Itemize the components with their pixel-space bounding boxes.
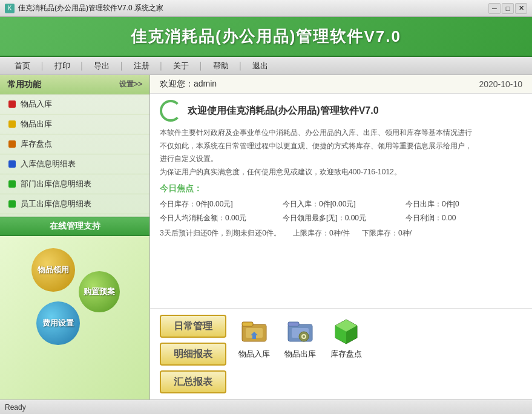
bubble-cost-label: 费用设置: [42, 318, 74, 329]
bubbles-area: 物品领用 购置预案 费用设置: [0, 236, 149, 399]
btn-daily[interactable]: 日常管理: [160, 315, 226, 338]
bubble-lingyon[interactable]: 物品领用: [31, 248, 75, 292]
bubble-cost[interactable]: 费用设置: [36, 301, 80, 345]
actions-area: 日常管理 明细报表 汇总报表 物品入库: [150, 308, 532, 399]
bubble-lingyon-label: 物品领用: [38, 264, 69, 275]
nav-dot-emp-out: [8, 200, 16, 208]
welcome-logo-icon: [160, 100, 182, 122]
welcome-body: 欢迎使用佳克消耗品(办公用品)管理软件V7.0 本软件主要针对政府及企事业单位中…: [150, 94, 532, 308]
btn-summary[interactable]: 汇总报表: [160, 370, 226, 393]
sep1: │: [39, 62, 46, 70]
nav-dot-in-detail: [8, 160, 16, 168]
folder-out-icon: [286, 316, 315, 345]
shortcut-in-icon: [238, 315, 270, 346]
app-icon: K: [5, 4, 15, 13]
sep2: │: [79, 62, 86, 70]
banner-title: 佳克消耗品(办公用品)管理软件V7.0: [131, 26, 401, 47]
status-text: Ready: [5, 403, 26, 412]
shortcut-icons: 物品入库 物品出库: [238, 315, 362, 360]
shortcut-in[interactable]: 物品入库: [238, 315, 270, 360]
nav-dot-out: [8, 120, 16, 128]
stat-profit: 今日利润：0.00: [406, 212, 522, 225]
menu-export[interactable]: 导出: [85, 58, 118, 74]
shortcut-in-label: 物品入库: [238, 349, 270, 360]
menu-quit[interactable]: 退出: [244, 58, 277, 74]
welcome-desc: 本软件主要针对政府及企事业单位中消耗品、办公用品的入库、出库、领用和库存等基本情…: [160, 126, 522, 179]
titlebar: K 佳克消耗品(办公用品)管理软件V7.0 系统之家 ─ □ ✕: [0, 0, 532, 17]
sidebar: 常用功能 设置>> 物品入库 物品出库 库存盘点 入库信息明细表 部门出库信息明…: [0, 75, 150, 399]
shortcut-out-label: 物品出库: [284, 349, 316, 360]
bottom-note: 3天后预计归还0件，到期未归还0件。 上限库存：0种/件 下限库存：0种/: [160, 228, 522, 238]
nav-label-emp-out: 员工出库信息明细表: [21, 199, 91, 209]
nav-label-dept-out: 部门出库信息明细表: [21, 179, 91, 189]
menu-print[interactable]: 打印: [46, 58, 79, 74]
btn-detail[interactable]: 明细报表: [160, 343, 226, 366]
minimize-button[interactable]: ─: [488, 3, 501, 14]
bubble-purchase[interactable]: 购置预案: [79, 271, 120, 312]
desc-line3: 进行自定义设置。: [160, 154, 218, 163]
close-button[interactable]: ✕: [515, 3, 527, 14]
menubar: 首页 │ 打印 │ 导出 │ 注册 │ 关于 │ 帮助 │ 退出: [0, 57, 532, 75]
content-area: 欢迎您：admin 2020-10-10 欢迎使用佳克消耗品(办公用品)管理软件…: [150, 75, 532, 399]
maximize-button[interactable]: □: [502, 3, 514, 14]
sep6: │: [237, 62, 245, 70]
sidebar-title-text: 常用功能: [7, 79, 41, 90]
bubble-purchase-label: 购置预案: [84, 286, 115, 297]
menu-about[interactable]: 关于: [165, 58, 197, 74]
left-buttons: 日常管理 明细报表 汇总报表: [160, 315, 226, 393]
online-section: 在线管理支持: [0, 217, 149, 236]
shortcut-out-icon: [284, 315, 316, 346]
menu-home[interactable]: 首页: [6, 58, 39, 74]
sidebar-item-in[interactable]: 物品入库: [0, 94, 149, 114]
sidebar-item-in-detail[interactable]: 入库信息明细表: [0, 154, 149, 174]
settings-link[interactable]: 设置>>: [119, 79, 142, 90]
note-return: 3天后预计归还0件，到期未归还0件。: [160, 229, 281, 237]
svg-rect-5: [288, 322, 299, 326]
sidebar-item-dept-out[interactable]: 部门出库信息明细表: [0, 174, 149, 194]
titlebar-title: 佳克消耗品(办公用品)管理软件V7.0 系统之家: [18, 3, 487, 13]
desc-line4: 为保证用户的真实满意度，任何使用意见或建议，欢迎致电400-716-1012。: [160, 168, 401, 176]
sidebar-item-out[interactable]: 物品出库: [0, 114, 149, 134]
cube-green-icon: [332, 316, 361, 345]
nav-label-in-detail: 入库信息明细表: [21, 159, 76, 169]
welcome-bar: 欢迎您：admin 2020-10-10: [150, 75, 532, 94]
nav-label-out: 物品出库: [21, 119, 52, 130]
stat-top: 今日领用最多[无]：0.00元: [283, 212, 399, 225]
sep3: │: [118, 62, 125, 70]
shortcut-stock-label: 库存盘点: [330, 349, 362, 360]
sidebar-section-title: 常用功能 设置>>: [0, 75, 149, 94]
note-lower: 下限库存：0种/: [362, 229, 412, 237]
svg-point-9: [303, 335, 305, 338]
online-label: 在线管理支持: [50, 221, 100, 232]
sidebar-item-stock[interactable]: 库存盘点: [0, 134, 149, 154]
desc-line2: 不仅如此，本系统在日常管理过程中以更直观、便捷的方式将库存、领用等重要信息展示给…: [160, 142, 472, 150]
header-banner: 佳克消耗品(办公用品)管理软件V7.0: [0, 17, 532, 57]
desc-line1: 本软件主要针对政府及企事业单位中消耗品、办公用品的入库、出库、领用和库存等基本情…: [160, 128, 472, 137]
sep4: │: [158, 62, 165, 70]
menu-register[interactable]: 注册: [125, 58, 158, 74]
main-area: 常用功能 设置>> 物品入库 物品出库 库存盘点 入库信息明细表 部门出库信息明…: [0, 75, 532, 399]
shortcut-stock[interactable]: 库存盘点: [330, 315, 362, 360]
stat-out: 今日出库：0件[0: [406, 198, 522, 211]
welcome-user: 欢迎您：admin: [160, 79, 217, 90]
today-focus: 今日焦点：: [160, 183, 522, 194]
nav-dot-stock: [8, 140, 16, 148]
shortcut-out[interactable]: 物品出库: [284, 315, 316, 360]
stat-in: 今日入库：0件[0.00元]: [283, 198, 399, 211]
svg-rect-1: [242, 322, 253, 326]
nav-dot-in: [8, 100, 16, 108]
stats-grid: 今日库存：0件[0.00元] 今日入库：0件[0.00元] 今日出库：0件[0 …: [160, 198, 522, 225]
nav-label-stock: 库存盘点: [21, 139, 52, 150]
shortcut-stock-icon: [330, 315, 362, 346]
stat-stock: 今日库存：0件[0.00元]: [160, 198, 277, 211]
welcome-logo-section: 欢迎使用佳克消耗品(办公用品)管理软件V7.0: [160, 100, 522, 122]
menu-help[interactable]: 帮助: [205, 58, 237, 74]
stat-avg: 今日人均消耗金额：0.00元: [160, 212, 277, 225]
nav-dot-dept-out: [8, 180, 16, 188]
welcome-title: 欢迎使用佳克消耗品(办公用品)管理软件V7.0: [188, 105, 379, 117]
note-upper: 上限库存：0种/件: [293, 229, 350, 237]
folder-in-icon: [240, 316, 269, 345]
statusbar: Ready: [0, 399, 532, 414]
sidebar-item-emp-out[interactable]: 员工出库信息明细表: [0, 194, 149, 214]
date-display: 2020-10-10: [479, 79, 522, 89]
